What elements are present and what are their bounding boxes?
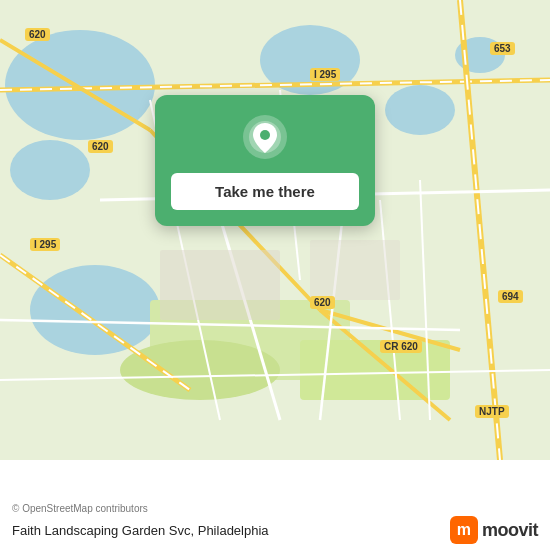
copyright-text: © OpenStreetMap contributors bbox=[12, 503, 538, 514]
svg-point-2 bbox=[10, 140, 90, 200]
svg-line-12 bbox=[0, 255, 190, 390]
svg-line-23 bbox=[0, 320, 460, 330]
svg-point-3 bbox=[30, 265, 160, 355]
road-label-i295-top: I 295 bbox=[310, 68, 340, 81]
svg-rect-9 bbox=[300, 340, 450, 400]
svg-line-26 bbox=[380, 200, 400, 420]
bottom-bar: © OpenStreetMap contributors Faith Lands… bbox=[0, 495, 550, 550]
svg-line-14 bbox=[0, 40, 150, 130]
svg-point-5 bbox=[385, 85, 455, 135]
svg-rect-29 bbox=[160, 250, 280, 320]
road-label-njtp: NJTP bbox=[475, 405, 509, 418]
svg-point-4 bbox=[260, 25, 360, 95]
location-pin-icon bbox=[241, 113, 289, 161]
map-container: 620 620 I 295 653 694 I 295 620 CR 620 N… bbox=[0, 0, 550, 550]
road-label-653: 653 bbox=[490, 42, 515, 55]
moovit-wordmark: moovit bbox=[482, 520, 538, 541]
road-label-620-2: 620 bbox=[88, 140, 113, 153]
svg-rect-7 bbox=[150, 300, 350, 380]
road-label-620-3: 620 bbox=[310, 296, 335, 309]
svg-line-11 bbox=[0, 80, 550, 90]
svg-line-27 bbox=[420, 180, 430, 420]
moovit-logo: m moovit bbox=[450, 516, 538, 544]
svg-point-1 bbox=[5, 30, 155, 140]
svg-line-16 bbox=[320, 310, 450, 420]
svg-line-18 bbox=[460, 0, 500, 460]
road-label-620-1: 620 bbox=[25, 28, 50, 41]
svg-point-33 bbox=[260, 130, 270, 140]
road-label-i295-left: I 295 bbox=[30, 238, 60, 251]
svg-line-28 bbox=[0, 370, 550, 380]
map-background bbox=[0, 0, 550, 460]
popup-card: Take me there bbox=[155, 95, 375, 226]
moovit-m-icon: m bbox=[450, 516, 478, 544]
svg-rect-0 bbox=[0, 0, 550, 460]
road-label-694: 694 bbox=[498, 290, 523, 303]
location-text: Faith Landscaping Garden Svc, Philadelph… bbox=[12, 523, 269, 538]
svg-line-10 bbox=[0, 80, 550, 90]
svg-line-13 bbox=[0, 255, 190, 390]
take-me-there-button[interactable]: Take me there bbox=[171, 173, 359, 210]
svg-rect-30 bbox=[310, 240, 400, 300]
road-label-cr620: CR 620 bbox=[380, 340, 422, 353]
svg-point-8 bbox=[120, 340, 280, 400]
svg-line-17 bbox=[460, 0, 500, 460]
